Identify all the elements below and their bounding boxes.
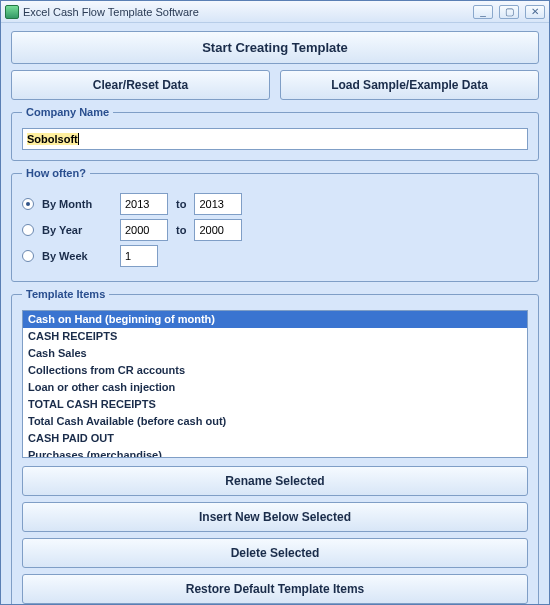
restore-default-button[interactable]: Restore Default Template Items	[22, 574, 528, 604]
client-area: Start Creating Template Clear/Reset Data…	[1, 23, 549, 604]
by-month-row: By Month to	[22, 193, 528, 215]
by-week-row: By Week	[22, 245, 528, 267]
maximize-button[interactable]: ▢	[499, 5, 519, 19]
window-controls: _ ▢ ✕	[473, 5, 545, 19]
to-label-year: to	[176, 224, 186, 236]
top-button-row: Clear/Reset Data Load Sample/Example Dat…	[11, 70, 539, 100]
list-item[interactable]: Loan or other cash injection	[23, 379, 527, 396]
by-month-radio[interactable]	[22, 198, 34, 210]
by-year-label: By Year	[42, 224, 112, 236]
rename-selected-button[interactable]: Rename Selected	[22, 466, 528, 496]
by-month-to-input[interactable]	[194, 193, 242, 215]
titlebar: Excel Cash Flow Template Software _ ▢ ✕	[1, 1, 549, 23]
list-item[interactable]: Purchases (merchandise)	[23, 447, 527, 458]
template-items-legend: Template Items	[22, 288, 109, 300]
by-year-row: By Year to	[22, 219, 528, 241]
by-week-value-input[interactable]	[120, 245, 158, 267]
app-icon	[5, 5, 19, 19]
list-item[interactable]: Cash on Hand (beginning of month)	[23, 311, 527, 328]
company-name-input[interactable]: Sobolsoft	[22, 128, 528, 150]
load-sample-button[interactable]: Load Sample/Example Data	[280, 70, 539, 100]
template-items-group: Template Items Cash on Hand (beginning o…	[11, 288, 539, 604]
insert-new-button[interactable]: Insert New Below Selected	[22, 502, 528, 532]
by-year-from-input[interactable]	[120, 219, 168, 241]
company-name-group: Company Name Sobolsoft	[11, 106, 539, 161]
how-often-legend: How often?	[22, 167, 90, 179]
list-item[interactable]: Total Cash Available (before cash out)	[23, 413, 527, 430]
list-item[interactable]: Collections from CR accounts	[23, 362, 527, 379]
window-title: Excel Cash Flow Template Software	[23, 6, 473, 18]
start-creating-button[interactable]: Start Creating Template	[11, 31, 539, 64]
list-item[interactable]: Cash Sales	[23, 345, 527, 362]
by-year-radio[interactable]	[22, 224, 34, 236]
by-week-radio[interactable]	[22, 250, 34, 262]
by-week-label: By Week	[42, 250, 112, 262]
template-items-buttons: Rename Selected Insert New Below Selecte…	[22, 466, 528, 604]
list-item[interactable]: CASH PAID OUT	[23, 430, 527, 447]
template-items-listbox[interactable]: Cash on Hand (beginning of month)CASH RE…	[22, 310, 528, 458]
clear-reset-button[interactable]: Clear/Reset Data	[11, 70, 270, 100]
by-year-to-input[interactable]	[194, 219, 242, 241]
by-month-from-input[interactable]	[120, 193, 168, 215]
how-often-group: How often? By Month to By Year to By Wee…	[11, 167, 539, 282]
text-caret-icon	[78, 133, 79, 145]
list-item[interactable]: TOTAL CASH RECEIPTS	[23, 396, 527, 413]
company-name-legend: Company Name	[22, 106, 113, 118]
to-label-month: to	[176, 198, 186, 210]
list-item[interactable]: CASH RECEIPTS	[23, 328, 527, 345]
app-window: Excel Cash Flow Template Software _ ▢ ✕ …	[0, 0, 550, 605]
delete-selected-button[interactable]: Delete Selected	[22, 538, 528, 568]
close-button[interactable]: ✕	[525, 5, 545, 19]
company-name-value: Sobolsoft	[27, 133, 78, 145]
by-month-label: By Month	[42, 198, 112, 210]
minimize-button[interactable]: _	[473, 5, 493, 19]
